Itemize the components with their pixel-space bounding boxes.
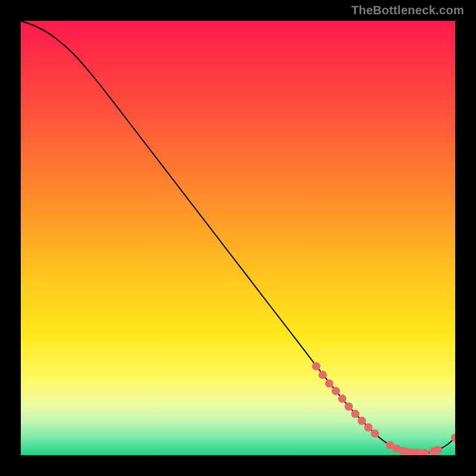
highlight-point — [351, 410, 359, 418]
highlight-point — [371, 430, 379, 438]
highlight-point — [434, 446, 442, 454]
highlight-point — [312, 362, 320, 370]
highlight-point — [325, 380, 333, 388]
chart-stage: TheBottleneck.com — [0, 0, 476, 476]
chart-plot-area — [21, 21, 455, 455]
highlight-point — [345, 402, 353, 411]
chart-svg — [21, 21, 455, 455]
highlight-point — [364, 423, 372, 431]
highlight-point — [331, 387, 340, 395]
highlight-point — [358, 416, 366, 425]
highlight-point — [318, 371, 327, 379]
highlight-point — [338, 394, 346, 403]
chart-background — [21, 21, 455, 455]
watermark-label: TheBottleneck.com — [351, 4, 464, 17]
